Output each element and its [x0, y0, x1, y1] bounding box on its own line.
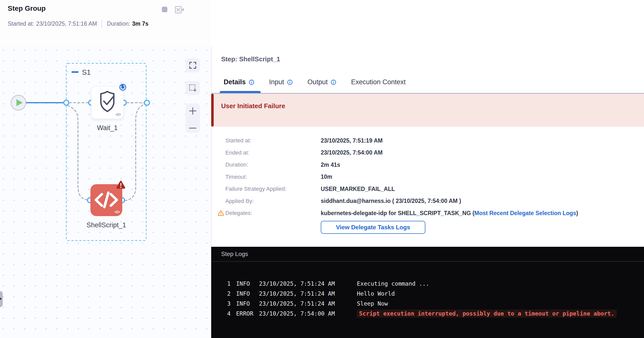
panel-title: Step: ShellScript_1 [221, 55, 280, 63]
marquee-select-icon [189, 84, 196, 92]
tab-execution-context[interactable]: Execution Context [351, 78, 406, 86]
view-delegate-tasks-logs-button[interactable]: View Delegate Tasks Logs [321, 221, 425, 234]
detail-row: Applied By: siddhant.dua@harness.io ( 23… [226, 195, 634, 207]
delegate-value: kubernetes-delegate-idp for SHELL_SCRIPT… [321, 210, 474, 216]
log-line: 1 INFO 23/10/2025, 7:51:24 AM Executing … [211, 279, 644, 289]
log-line: 2 INFO 23/10/2025, 7:51:24 AM Hello Worl… [211, 289, 644, 299]
dashed-edge [125, 104, 145, 201]
detail-row: Failure Strategy Applied: USER_MARKED_FA… [226, 183, 634, 195]
step-group-execution-view: Step Group Started at: 23/10/2025, 7:51:… [0, 0, 644, 338]
duration-value: 3m 7s [132, 21, 148, 27]
step-detail-fields: Started at: 23/10/2025, 7:51:19 AM Ended… [226, 135, 634, 219]
step-logs-title: Step Logs [211, 247, 644, 262]
node-wait-1[interactable]: </> [91, 87, 124, 119]
info-icon[interactable] [287, 80, 292, 85]
stop-square-icon[interactable] [162, 7, 167, 12]
dashed-edge [68, 105, 87, 200]
step-logs-console[interactable]: Step Logs 1 INFO 23/10/2025, 7:51:24 AM … [211, 247, 644, 338]
zoom-in-icon[interactable] [189, 107, 197, 115]
fit-view-icon [189, 62, 196, 69]
connector-point[interactable] [64, 100, 69, 105]
warning-triangle-icon [218, 210, 224, 217]
info-icon[interactable] [331, 80, 336, 85]
started-at-value: 23/10/2025, 7:51:16 AM [36, 21, 97, 27]
detail-tabs: Details Input Output [224, 78, 406, 86]
divider [102, 20, 102, 28]
failure-banner: User Initiated Failure [211, 94, 644, 127]
detail-row-delegates: Delegates: kubernetes-delegate-idp for S… [226, 207, 634, 219]
code-icon: </> [115, 112, 121, 117]
stage-group-label: S1 [82, 68, 91, 76]
running-spinner-icon [119, 83, 127, 92]
log-lines: 1 INFO 23/10/2025, 7:51:24 AM Executing … [211, 262, 644, 318]
page-title: Step Group [8, 5, 46, 13]
panel-expand-handle[interactable] [0, 291, 3, 307]
node-label-shellscript-1: ShellScript_1 [82, 221, 131, 229]
failure-banner-text: User Initiated Failure [221, 102, 285, 110]
started-at-label: Started at: [8, 21, 34, 27]
failure-banner-accent [211, 94, 214, 127]
log-line-error: 4 ERROR 23/10/2025, 7:54:00 AM Script ex… [211, 308, 644, 318]
tab-output[interactable]: Output [308, 78, 336, 86]
tab-input[interactable]: Input [269, 78, 292, 86]
log-line: 3 INFO 23/10/2025, 7:51:24 AM Sleep Now [211, 299, 644, 308]
pipeline-graph-canvas[interactable]: S1 [0, 46, 211, 338]
info-icon[interactable] [249, 80, 254, 85]
execution-meta: Started at: 23/10/2025, 7:51:16 AM Durat… [8, 20, 148, 28]
delegate-selection-logs-link[interactable]: Most Recent Delegate Selection Logs [474, 210, 576, 216]
fit-view-button[interactable] [186, 58, 200, 73]
connector-point[interactable] [144, 100, 150, 105]
code-icon: </> [114, 210, 120, 215]
detail-row: Duration: 2m 41s [226, 159, 634, 171]
shield-check-icon [92, 87, 123, 116]
zoom-out-icon[interactable] [189, 127, 197, 129]
node-label-wait-1: Wait_1 [85, 124, 130, 132]
duration-label: Duration: [107, 21, 130, 27]
step-details-panel: Step: ShellScript_1 Details Input [211, 0, 644, 338]
detail-row: Ended at: 23/10/2025, 7:54:00 AM [226, 147, 634, 159]
zoom-controls[interactable] [186, 103, 200, 133]
warning-triangle-icon [116, 180, 126, 190]
detail-row: Timeout: 10m [226, 171, 634, 183]
detail-row: Started at: 23/10/2025, 7:51:19 AM [226, 135, 634, 147]
panel-divider [211, 46, 212, 247]
export-icon[interactable] [175, 6, 184, 15]
tab-details[interactable]: Details [224, 78, 254, 86]
node-shellscript-1[interactable]: </> [90, 184, 122, 216]
marquee-select-button[interactable] [186, 81, 200, 95]
